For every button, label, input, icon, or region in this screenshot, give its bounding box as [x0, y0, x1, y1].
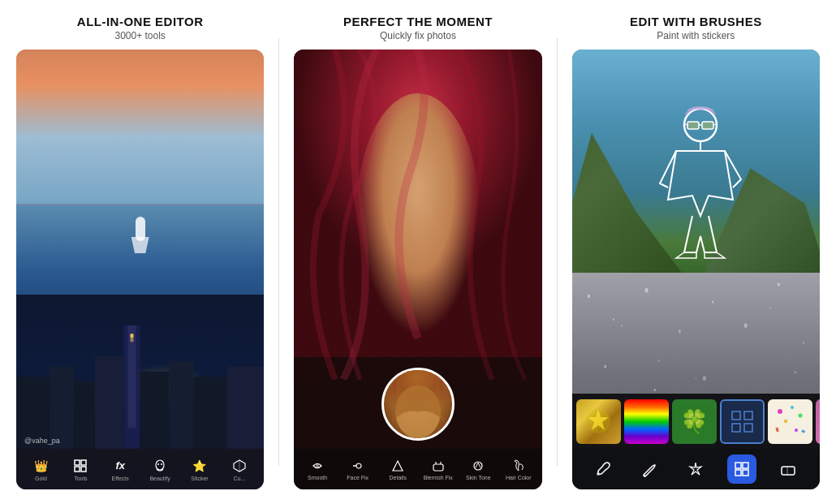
watermark: @vahe_pa — [24, 437, 60, 445]
svg-point-56 — [791, 406, 794, 409]
beautify-icon — [152, 458, 168, 474]
svg-point-38 — [604, 365, 606, 368]
fx-icon: fx — [112, 458, 128, 474]
svg-rect-45 — [702, 122, 713, 129]
svg-point-60 — [795, 429, 798, 432]
panel-brushes: EDIT With BRUSHES Paint with stickers — [572, 15, 820, 489]
svg-point-32 — [644, 288, 648, 293]
tool-sticker[interactable]: ⭐ Sticker — [185, 458, 214, 481]
tool-effects[interactable]: fx Effects — [106, 458, 135, 481]
cube-icon — [231, 458, 248, 474]
svg-rect-57 — [783, 419, 787, 423]
svg-point-62 — [597, 472, 600, 476]
svg-rect-5 — [95, 356, 124, 449]
brush-tool-5[interactable] — [774, 454, 803, 484]
sky-gradient — [16, 50, 264, 226]
svg-rect-59 — [775, 427, 778, 432]
tool-sticker-label: Sticker — [191, 476, 208, 481]
hair-detail-svg — [294, 50, 541, 380]
toolbar2: Smooth Face Fix — [294, 449, 541, 489]
brush-tool-4-active[interactable] — [727, 454, 756, 484]
tool-cube-label: Cu... — [233, 476, 245, 481]
tool-gold-label: Gold — [35, 476, 47, 481]
tool-details-label: Details — [389, 475, 406, 480]
tool-smooth-label: Smooth — [308, 475, 327, 480]
svg-rect-61 — [801, 429, 805, 433]
panel1-subtitle: 3000+ tools — [114, 30, 165, 41]
svg-point-36 — [778, 282, 780, 286]
brush-tool-1[interactable] — [588, 454, 618, 484]
panel-moment: PERFECT THE MOMENT Quickly fix photos — [294, 15, 541, 489]
tool-tools[interactable]: Tools — [66, 458, 95, 481]
svg-marker-25 — [393, 461, 403, 471]
svg-point-30 — [587, 295, 589, 298]
svg-point-31 — [613, 319, 614, 321]
svg-rect-68 — [782, 467, 795, 475]
grid-svg — [733, 460, 751, 478]
panel2-bg — [294, 50, 541, 489]
svg-point-35 — [743, 323, 747, 328]
svg-point-40 — [702, 376, 705, 381]
sticker-gold[interactable] — [576, 399, 621, 444]
tool-skintone[interactable]: Skin Tone — [462, 459, 494, 480]
tool-beautify-label: Beautify — [149, 476, 170, 481]
crown-icon: 👑 — [32, 458, 49, 474]
active-sticker-svg — [728, 407, 756, 436]
panel3-phone: 🍀 — [572, 50, 820, 489]
tool-skintone-label: Skin Tone — [466, 475, 491, 480]
svg-point-63 — [644, 475, 646, 477]
svg-point-37 — [803, 342, 804, 344]
tool-smooth[interactable]: Smooth — [301, 459, 334, 480]
tools-icon — [72, 458, 88, 474]
skintone-icon — [471, 459, 485, 473]
person-outline — [652, 102, 749, 289]
sticker-clover[interactable]: 🍀 — [672, 399, 717, 444]
circle-face-svg — [384, 370, 452, 438]
svg-rect-52 — [744, 411, 752, 420]
tool-haircolor[interactable]: Hair Color — [502, 459, 535, 480]
panel3-bg: 🍀 — [572, 50, 820, 489]
brush-tool-3[interactable] — [681, 454, 710, 484]
panel3-subtitle: Paint with stickers — [657, 30, 735, 41]
tool-gold[interactable]: 👑 Gold — [26, 458, 55, 481]
svg-point-22 — [316, 464, 319, 467]
person-svg — [652, 102, 749, 289]
tool-haircolor-label: Hair Color — [506, 475, 532, 480]
sticker-rainbow[interactable] — [624, 399, 669, 444]
main-container: ALL-IN-ONE EDITOR 3000+ tools — [0, 0, 836, 504]
svg-point-39 — [653, 389, 655, 391]
panel2-title: PERFECT THE MOMENT — [343, 15, 493, 28]
tool-details[interactable]: Details — [381, 459, 414, 480]
tool-cube[interactable]: Cu... — [225, 458, 254, 481]
svg-point-33 — [678, 330, 680, 333]
brush-tool-2[interactable] — [635, 454, 664, 484]
sticker-last[interactable] — [816, 399, 820, 444]
brush2-svg — [640, 460, 658, 478]
svg-point-58 — [798, 413, 802, 417]
sticker-confetti[interactable] — [768, 399, 812, 444]
svg-point-55 — [778, 409, 782, 414]
sticker-active[interactable] — [720, 399, 765, 444]
sticker-icon: ⭐ — [192, 458, 208, 474]
svg-rect-66 — [735, 470, 741, 476]
svg-rect-4 — [74, 382, 94, 449]
stickers-strip: 🍀 — [572, 394, 820, 449]
facefix-icon — [351, 459, 365, 473]
svg-point-34 — [712, 301, 713, 304]
confetti-svg — [768, 399, 812, 444]
haircolor-icon — [511, 459, 526, 473]
blemish-icon — [431, 459, 446, 473]
panel2-phone: Smooth Face Fix — [294, 50, 541, 489]
panel1-phone: @vahe_pa 👑 Gold — [16, 50, 264, 489]
tool-blemish[interactable]: Blemish Fix — [422, 459, 455, 480]
svg-rect-54 — [744, 424, 752, 432]
svg-rect-9 — [227, 367, 265, 449]
panel1-title: ALL-IN-ONE EDITOR — [77, 15, 204, 28]
tool-beautify[interactable]: Beautify — [145, 458, 175, 481]
svg-rect-64 — [735, 463, 741, 468]
diver-dress — [131, 237, 149, 253]
toolbar1: 👑 Gold Tools fx — [16, 449, 264, 489]
smooth-icon — [310, 459, 325, 473]
brush1-svg — [594, 460, 612, 478]
tool-facefix[interactable]: Face Fix — [342, 459, 374, 480]
